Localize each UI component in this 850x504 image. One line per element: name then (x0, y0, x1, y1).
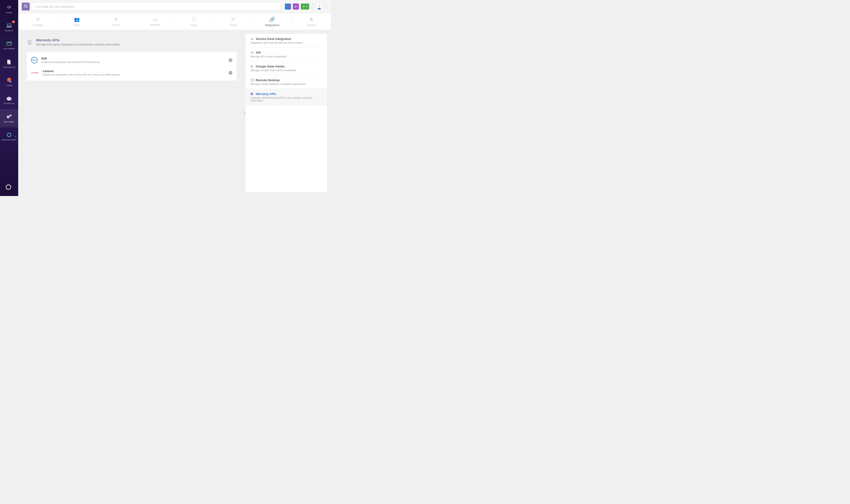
box-icon (6, 96, 12, 101)
svg-rect-3 (6, 26, 12, 27)
laptop-icon (6, 23, 12, 28)
user-menu-caret[interactable]: ▼ (325, 5, 327, 8)
panel-title: Warranty APIs (36, 38, 121, 42)
gear-icon: ⚙ (36, 17, 40, 22)
svg-point-7 (8, 42, 8, 43)
tools-icon: ✖ (309, 17, 313, 22)
add-icon[interactable]: + (229, 71, 232, 75)
ritem-title: Warranty APIs (256, 92, 276, 96)
avatar[interactable] (316, 3, 323, 10)
link-icon: 🔗 (269, 17, 275, 22)
ritem-warranty-apis[interactable]: ✪Warranty APIs Integrate with third-part… (245, 89, 327, 106)
sidebar-item-label: CMDB (6, 85, 12, 87)
tab-label: Tasks (191, 23, 198, 27)
google-icon: G (250, 65, 254, 68)
sidebar-item-label: SERVICE DESK (2, 139, 17, 141)
tab-general[interactable]: ⚙General (18, 13, 57, 30)
add-button[interactable]: ＋▼ (301, 3, 309, 10)
tab-integrations[interactable]: 🔗Integrations (253, 13, 292, 30)
search-input[interactable] (32, 3, 281, 11)
badge: 5 (12, 20, 15, 23)
sidebar-item-software[interactable]: SOFTWARE (0, 36, 18, 55)
svg-point-18 (24, 5, 27, 7)
card-title: Lenovo (43, 69, 225, 73)
collapse-handle[interactable]: ◀ (243, 110, 245, 117)
svg-point-12 (8, 116, 8, 118)
sidebar-item-home[interactable]: HOME (0, 0, 18, 18)
sidebar-item-cmdb[interactable]: CMDB (0, 73, 18, 91)
svg-rect-5 (7, 43, 11, 45)
screen-icon: 🖵 (250, 78, 254, 82)
db-icon (6, 77, 12, 83)
tab-users[interactable]: 👥Users (57, 13, 96, 30)
sidebar-item-other-cis[interactable]: OTHER CIs (0, 91, 18, 109)
tag-icon: 🏷 (294, 5, 297, 8)
sidebar-item-service-desk[interactable]: SERVICE DESK ▶ (0, 127, 18, 146)
add-icon[interactable]: + (229, 58, 232, 62)
card-desc: Enable the integration with Lenovo API f… (43, 73, 225, 76)
ritem-api[interactable]: </>API Manage API access credentials (245, 48, 327, 61)
doc-icon (6, 59, 12, 65)
ritem-service-desk[interactable]: ▭Service Desk Integration Integration wi… (245, 34, 327, 48)
sidebar-item-label: SETTINGS (4, 121, 14, 123)
svg-point-0 (8, 7, 9, 8)
tab-label: Integrations (265, 23, 280, 27)
badge-icon: ✪ (250, 92, 254, 96)
card-icon: ▭ (250, 37, 254, 41)
sidebar-item-label: SOFTWARE (3, 48, 15, 50)
tab-assets[interactable]: 🖥Assets (97, 13, 136, 30)
sidebar-item-label: HOME (6, 12, 12, 14)
sidebar-item-label: ASSETS (5, 30, 13, 32)
svg-point-17 (6, 185, 11, 190)
gauge-icon (6, 5, 12, 10)
ritem-desc: Manage Google Suite Admin credentials (250, 69, 322, 72)
card-title: Dell (41, 57, 225, 60)
card-group: DELL Dell Enable the integration with De… (27, 52, 237, 81)
panel-right: ◀ ▭Service Desk Integration Integration … (245, 34, 327, 193)
gears-icon (6, 114, 12, 120)
brand-logo (0, 178, 18, 196)
tab-label: Network (150, 23, 160, 26)
network-icon: 🗂 (153, 17, 157, 22)
card-lenovo[interactable]: Lenovo Lenovo Enable the integration wit… (29, 66, 235, 79)
tab-email[interactable]: ✉Email (214, 13, 253, 30)
svg-point-14 (10, 115, 11, 116)
tab-system[interactable]: ✖System (292, 13, 331, 30)
tab-network[interactable]: 🗂Network (136, 13, 174, 30)
svg-rect-2 (7, 24, 11, 26)
tag-button[interactable]: 🏷 (293, 3, 299, 10)
svg-point-16 (8, 134, 10, 136)
checklist-icon: ☑ (192, 17, 196, 22)
lenovo-logo: Lenovo (31, 70, 39, 76)
ritem-google[interactable]: GGoogle Suite Admin Manage Google Suite … (245, 61, 327, 75)
tab-tasks[interactable]: ☑Tasks (175, 13, 214, 30)
sidebar-item-assets[interactable]: 5 ASSETS (0, 18, 18, 36)
badge-icon (27, 39, 33, 48)
ritem-desc: Manage API access credentials (250, 55, 322, 58)
search-button[interactable] (22, 3, 30, 11)
alert-button[interactable]: ❗ (285, 3, 291, 10)
sidebar-item-label: OTHER CIs (4, 103, 15, 105)
settings-tabs: ⚙General 👥Users 🖥Assets 🗂Network ☑Tasks … (18, 13, 331, 30)
svg-point-8 (7, 63, 9, 65)
sidebar-item-settings[interactable]: SETTINGS (0, 109, 18, 127)
code-icon: </> (250, 51, 254, 54)
ritem-desc: Integration with InvGate Service Desk so… (250, 41, 322, 44)
main: ❗ 🏷 ＋▼ ▼ ⚙General 👥Users 🖥Assets 🗂Networ… (18, 0, 331, 196)
panel-subtitle: Manage third-party integrations to synch… (36, 43, 121, 46)
separator (312, 3, 313, 10)
sidebar-item-contracts[interactable]: CONTRACTS (0, 55, 18, 73)
ritem-desc: Manage remote desktop compatible applica… (250, 83, 322, 85)
ritem-title: API (256, 51, 261, 54)
alert-icon: ❗ (286, 5, 290, 8)
card-desc: Enable the integration with Dell API for… (41, 61, 225, 64)
ritem-remote-desktop[interactable]: 🖵Remote Desktop Manage remote desktop co… (245, 75, 327, 89)
tab-label: Users (73, 23, 80, 27)
screen-icon: 🖥 (114, 17, 118, 22)
ring-icon (6, 132, 12, 138)
chevron-down-icon: ▼ (306, 5, 308, 8)
topbar: ❗ 🏷 ＋▼ ▼ (18, 0, 331, 13)
panel-main: Warranty APIs Manage third-party integra… (22, 34, 242, 193)
content: Warranty APIs Manage third-party integra… (18, 30, 331, 196)
card-dell[interactable]: DELL Dell Enable the integration with De… (29, 54, 235, 66)
